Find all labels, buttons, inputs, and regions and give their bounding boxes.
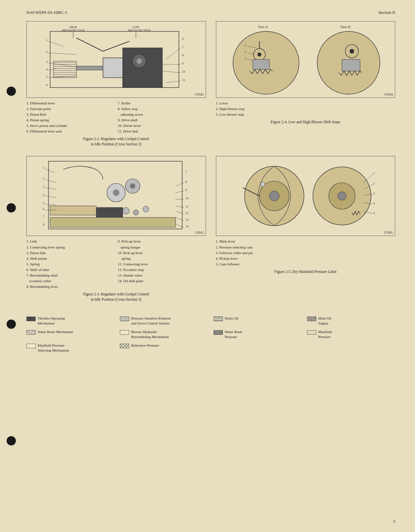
svg-rect-18 xyxy=(103,58,123,78)
svg-text:1: 1 xyxy=(43,166,45,170)
svg-point-68 xyxy=(130,183,135,189)
swatch-throttle xyxy=(26,317,36,321)
swatch-main-oil xyxy=(307,317,316,321)
legend-throttle: Throttle OperatingMechanism xyxy=(26,316,115,326)
legend-manifold-pressure-supply: ManifoldPressure xyxy=(307,329,395,340)
fig-2-3-parts-list: 1. Link 2. Connecting lever spring 3. Pi… xyxy=(26,239,206,289)
page: NAVWEPS 03-10HC-1 Section II HIGH PRESSU… xyxy=(0,0,415,532)
svg-point-61 xyxy=(349,49,354,54)
svg-text:13: 13 xyxy=(186,218,189,221)
fig-2-2-stamp: 13942 xyxy=(194,92,204,96)
svg-text:8: 8 xyxy=(43,223,45,226)
fig-2-5-stamp: 13945 xyxy=(384,230,393,234)
left-margin-dots xyxy=(7,0,16,532)
svg-text:3: 3 xyxy=(373,192,375,195)
legend-manifold-selecting: Manifold PressureSelecting Mechanism xyxy=(26,343,115,353)
svg-point-66 xyxy=(113,189,120,196)
svg-text:5: 5 xyxy=(373,211,375,215)
top-figures-row: HIGH PRESSURE STOP LOW PRESSURE STOP xyxy=(26,21,395,151)
figure-2-5-box: 1 2 3 4 5 13945 xyxy=(216,156,396,236)
fig-2-3-caption: Figure 2-3. Regulator with Cockpit Contr… xyxy=(26,291,206,302)
swatch-manifold-selecting xyxy=(26,344,36,348)
legend-water-reset-label: Water Reset Mechanism xyxy=(38,329,73,334)
fig-2-2-caption: Figure 2-2. Regulator with Cockpit Contr… xyxy=(26,136,206,147)
svg-text:5: 5 xyxy=(46,75,48,78)
margin-dot-4 xyxy=(7,436,16,445)
svg-point-71 xyxy=(123,208,129,214)
svg-text:3: 3 xyxy=(244,57,246,60)
legend-water-reset-pressure: Water ResetPressure xyxy=(214,329,302,340)
legend-manifold-pressure-supply-label: ManifoldPressure xyxy=(318,329,332,340)
fig-2-2-parts-list: 1. Differential lever 2. Fulcrum point 3… xyxy=(26,100,206,134)
fig-2-4-stamp: 13944 xyxy=(384,92,393,96)
svg-rect-17 xyxy=(77,66,103,70)
legend-main-oil-label: Main OilSupply xyxy=(318,316,331,326)
legend-throttle-label: Throttle OperatingMechanism xyxy=(38,316,65,326)
svg-text:9: 9 xyxy=(186,188,187,192)
svg-text:14: 14 xyxy=(186,225,189,228)
fig-2-2-parts-col-1: 1. Differential lever 2. Fulcrum point 3… xyxy=(26,100,115,134)
svg-point-112 xyxy=(337,192,346,200)
svg-text:10: 10 xyxy=(182,70,186,73)
svg-text:View B: View B xyxy=(340,25,350,29)
legend-water-reset: Water Reset Mechanism xyxy=(26,329,115,335)
svg-text:HIGH: HIGH xyxy=(70,25,77,29)
svg-text:PRESSURE STOP: PRESSURE STOP xyxy=(62,29,85,32)
page-header: NAVWEPS 03-10HC-1 Section II xyxy=(26,10,395,15)
svg-text:2: 2 xyxy=(43,177,45,180)
svg-text:3: 3 xyxy=(46,60,48,63)
svg-rect-74 xyxy=(50,217,176,227)
swatch-blower-hydraulic xyxy=(120,330,129,335)
svg-text:5: 5 xyxy=(43,202,45,205)
svg-text:LOW: LOW xyxy=(133,25,140,29)
fig-2-5-caption: Figure 2-5. Dry Manifold Pressure Limit xyxy=(216,269,396,274)
fig-2-2-parts-col-2: 7. Roller 8. Safety stop adjusting screw… xyxy=(118,100,206,134)
svg-text:1: 1 xyxy=(373,172,375,175)
legend-main-oil: Main OilSupply xyxy=(307,316,395,326)
fig-2-4-parts-list: 1. Lever 2. High blower stop 3. Low blow… xyxy=(216,100,396,117)
figure-2-4-unit: View A View B 1 2 xyxy=(216,21,396,151)
legend-pressure-sensitive-label: Pressure Sensitive Elementand Servo Cont… xyxy=(131,316,171,326)
svg-text:View A: View A xyxy=(258,25,268,29)
fig-2-3-stamp: 13943 xyxy=(194,230,204,234)
swatch-pressure-sensitive xyxy=(120,317,129,321)
fig-2-5-parts-list: 1. Main lever 2. Pressure selecting cam … xyxy=(216,239,396,267)
svg-text:6: 6 xyxy=(43,208,45,211)
svg-text:4: 4 xyxy=(373,202,375,205)
svg-text:6: 6 xyxy=(182,37,184,40)
svg-text:4: 4 xyxy=(43,193,45,197)
bottom-figures-row: 1 2 3 4 5 6 7 8 7 8 9 10 11 12 xyxy=(26,156,395,307)
svg-text:7: 7 xyxy=(43,215,45,218)
svg-text:8: 8 xyxy=(182,54,184,57)
svg-point-109 xyxy=(260,182,265,187)
svg-text:PRESSURE STOP: PRESSURE STOP xyxy=(128,29,151,32)
margin-dot-3 xyxy=(7,320,16,329)
svg-point-73 xyxy=(143,206,149,212)
header-section: Section II xyxy=(378,10,395,15)
swatch-water-reset xyxy=(26,330,36,335)
margin-dot-1 xyxy=(7,87,16,96)
figure-2-2-box: HIGH PRESSURE STOP LOW PRESSURE STOP xyxy=(26,21,206,98)
legend-manifold-selecting-label: Manifold PressureSelecting Mechanism xyxy=(38,343,69,353)
svg-text:4: 4 xyxy=(46,68,48,71)
margin-dot-2 xyxy=(7,203,16,212)
svg-text:7: 7 xyxy=(186,170,187,173)
fig-2-3-parts-col-2: 9. Pick-up lever spring hanger 10. Pick-… xyxy=(118,239,206,289)
figure-2-4-box: View A View B 1 2 xyxy=(216,21,396,98)
legend-section: Throttle OperatingMechanism Pressure Sen… xyxy=(26,316,395,353)
svg-point-107 xyxy=(269,191,279,201)
legend-reference-pressure: Reference Pressure xyxy=(120,343,208,348)
legend-drain-oil: Drain Oil xyxy=(214,316,302,321)
swatch-manifold-pressure-supply xyxy=(307,330,316,335)
header-title: NAVWEPS 03-10HC-1 xyxy=(26,10,67,15)
svg-rect-52 xyxy=(253,59,269,69)
svg-point-72 xyxy=(133,210,139,215)
svg-point-21 xyxy=(137,58,142,64)
svg-rect-19 xyxy=(123,48,162,88)
legend-blower-hydraulic-label: Blower HydraulicRescheduling Mechanism xyxy=(131,329,169,340)
svg-text:10: 10 xyxy=(186,197,189,200)
page-number: 3 xyxy=(393,519,396,524)
svg-text:12: 12 xyxy=(186,211,189,215)
fig-2-4-caption: Figure 2-4. Low and High Blower Shift St… xyxy=(216,119,396,125)
figure-2-3-box: 1 2 3 4 5 6 7 8 7 8 9 10 11 12 xyxy=(26,156,206,236)
